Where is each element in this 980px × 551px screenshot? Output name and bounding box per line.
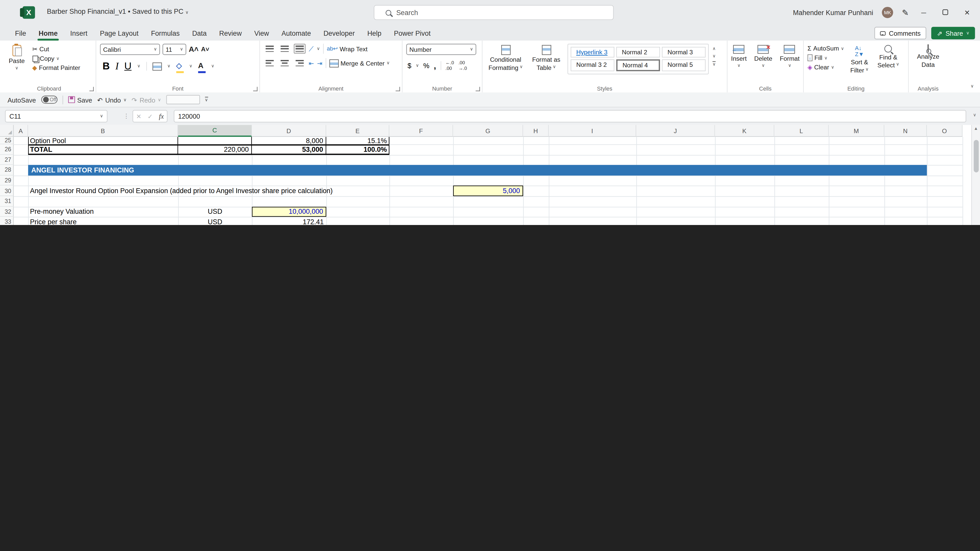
increase-indent-icon[interactable]: ⇥ <box>317 60 323 67</box>
row-header-29[interactable]: 29 <box>0 176 14 186</box>
styles-scroll-down-icon[interactable]: ∨ <box>713 54 716 59</box>
row-header-31[interactable]: 31 <box>0 196 14 206</box>
ribbon-tab-review[interactable]: Review <box>213 25 248 41</box>
delete-cells-button[interactable]: Delete∨ <box>752 44 775 69</box>
ribbon-tab-formulas[interactable]: Formulas <box>145 25 186 41</box>
ribbon-tab-power-pivot[interactable]: Power Pivot <box>388 25 437 41</box>
column-header-J[interactable]: J <box>636 125 715 137</box>
share-button[interactable]: ⇗ Share ∨ <box>931 27 975 39</box>
row-header-27[interactable]: 27 <box>0 155 14 165</box>
column-header-D[interactable]: D <box>252 125 326 137</box>
name-box[interactable]: C11∨ <box>5 110 108 122</box>
ribbon-tab-page-layout[interactable]: Page Layout <box>94 25 145 41</box>
ribbon-tab-automate[interactable]: Automate <box>275 25 317 41</box>
wrap-text-button[interactable]: ab↩Wrap Text <box>327 45 368 52</box>
excel-app-icon[interactable]: X <box>22 6 35 19</box>
ribbon-tab-home[interactable]: Home <box>32 25 64 41</box>
bold-button[interactable]: B <box>103 61 110 72</box>
column-header-K[interactable]: K <box>715 125 775 137</box>
column-header-H[interactable]: H <box>523 125 549 137</box>
spreadsheet-grid[interactable]: Option Pool8,00015.1%TOTAL220,00053,0001… <box>0 125 980 225</box>
user-name[interactable]: Mahender Kumar Punhani <box>793 9 873 16</box>
vertical-scrollbar[interactable]: ▲ <box>971 125 980 225</box>
select-all-corner[interactable]: ◢ <box>0 125 14 137</box>
find-select-button[interactable]: Find &Select∨ <box>875 44 902 75</box>
cut-button[interactable]: ✂Cut <box>32 46 80 52</box>
v-scroll-thumb[interactable] <box>974 140 979 172</box>
clear-button[interactable]: ◈Clear∨ <box>808 64 844 71</box>
column-header-B[interactable]: B <box>28 125 178 137</box>
column-header-E[interactable]: E <box>326 125 389 137</box>
column-header-O[interactable]: O <box>927 125 963 137</box>
comments-button[interactable]: Comments <box>875 27 926 39</box>
style-normal-2[interactable]: Normal 2 <box>616 47 660 58</box>
minimize-button[interactable]: ─ <box>918 9 930 16</box>
cell-C26[interactable]: 220,000 <box>178 144 252 155</box>
close-button[interactable]: ✕ <box>961 8 974 17</box>
pen-icon[interactable]: ✎ <box>902 8 909 17</box>
middle-align-icon[interactable] <box>279 44 291 54</box>
ribbon-tab-file[interactable]: File <box>9 25 32 41</box>
row-header-26[interactable]: 26 <box>0 144 14 155</box>
ribbon-tab-developer[interactable]: Developer <box>317 25 361 41</box>
decrease-font-icon[interactable]: A˅ <box>201 46 209 52</box>
merge-center-button[interactable]: Merge & Center∨ <box>329 59 390 67</box>
collapse-ribbon-icon[interactable]: ∨ <box>970 84 974 89</box>
scroll-up-icon[interactable]: ▲ <box>974 126 978 130</box>
paste-button[interactable]: Paste∨ <box>6 44 27 72</box>
column-header-F[interactable]: F <box>390 125 453 137</box>
decrease-decimal-icon[interactable]: .00→.0 <box>458 60 467 71</box>
cell-D33[interactable]: 172.41 <box>252 217 326 225</box>
decrease-indent-icon[interactable]: ⇤ <box>309 60 314 67</box>
ribbon-tab-insert[interactable]: Insert <box>64 25 94 41</box>
redo-button[interactable]: ↷Redo∨ <box>132 96 161 103</box>
autosave-toggle[interactable]: Off <box>41 96 57 104</box>
enter-icon[interactable]: ✓ <box>148 113 153 120</box>
style-normal-4[interactable]: Normal 4 <box>616 59 660 71</box>
style-hyperlink-3[interactable]: Hyperlink 3 <box>571 47 614 58</box>
column-header-I[interactable]: I <box>549 125 636 137</box>
comma-icon[interactable]: , <box>434 61 436 70</box>
percent-icon[interactable]: % <box>423 62 430 69</box>
styles-scroll-up-icon[interactable]: ∧ <box>713 46 716 51</box>
underline-button[interactable]: U <box>124 61 131 72</box>
currency-icon[interactable]: $ <box>407 62 411 69</box>
cell-B30[interactable]: Angel Investor Round Option Pool Expansi… <box>28 186 178 196</box>
row-header-33[interactable]: 33 <box>0 217 14 225</box>
ribbon-tab-data[interactable]: Data <box>186 25 213 41</box>
format-as-table-button[interactable]: Format asTable∨ <box>529 44 564 73</box>
cell-E26[interactable]: 100.0% <box>326 144 389 155</box>
title-chevron-icon[interactable]: ∨ <box>185 10 189 14</box>
align-center-icon[interactable] <box>279 58 291 68</box>
orientation-icon[interactable]: ⟋ <box>309 44 313 53</box>
fill-button[interactable]: ↓Fill∨ <box>808 54 844 61</box>
cell-B28[interactable]: ANGEL INVESTOR FINANICING <box>28 165 927 176</box>
clipboard-dialog-launcher[interactable] <box>89 87 94 91</box>
cell-C25[interactable] <box>178 137 252 144</box>
style-normal-5[interactable]: Normal 5 <box>662 59 705 71</box>
column-header-N[interactable]: N <box>884 125 927 137</box>
cell-B25[interactable]: Option Pool <box>28 137 178 144</box>
italic-button[interactable]: I <box>115 61 119 72</box>
copy-button[interactable]: Copy∨ <box>32 55 80 62</box>
conditional-formatting-button[interactable]: ConditionalFormatting∨ <box>486 44 525 73</box>
format-painter-button[interactable]: ◆Format Painter <box>32 64 80 71</box>
alignment-dialog-launcher[interactable] <box>396 87 400 91</box>
title-search-box[interactable]: Search <box>374 5 614 20</box>
qat-combo-box[interactable] <box>166 95 200 104</box>
font-dialog-launcher[interactable] <box>253 87 258 91</box>
top-align-icon[interactable] <box>264 44 275 54</box>
expand-formula-bar-icon[interactable]: ∨ <box>973 113 977 118</box>
analyze-data-button[interactable]: AnalyzeData <box>913 44 944 69</box>
autosum-button[interactable]: ΣAutoSum∨ <box>808 45 844 52</box>
insert-function-icon[interactable]: fx <box>159 113 164 120</box>
cell-E25[interactable]: 15.1% <box>326 137 389 144</box>
column-header-C[interactable]: C <box>178 125 252 137</box>
font-color-icon[interactable]: A <box>198 59 205 73</box>
row-header-25[interactable]: 25 <box>0 137 14 144</box>
column-header-M[interactable]: M <box>829 125 884 137</box>
sort-filter-button[interactable]: A↓Z▼ Sort &Filter∨ <box>848 44 871 75</box>
cell-B32[interactable]: Pre-money Valuation <box>28 206 178 217</box>
font-name-select[interactable]: Calibri∨ <box>100 44 160 55</box>
customize-qat-icon[interactable]: ∨ <box>205 97 208 103</box>
